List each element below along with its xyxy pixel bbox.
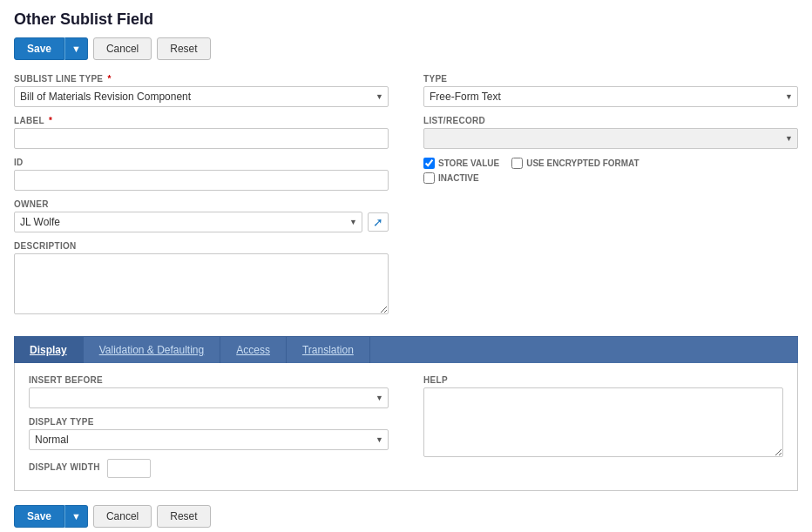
display-right-col: HELP: [423, 375, 783, 478]
bottom-save-dropdown-button[interactable]: ▼: [64, 505, 88, 528]
bottom-cancel-button[interactable]: Cancel: [93, 505, 152, 528]
bottom-save-button[interactable]: Save: [14, 505, 64, 528]
tab-display[interactable]: Display: [14, 337, 84, 363]
save-dropdown-button[interactable]: ▼: [64, 37, 88, 60]
id-input[interactable]: _update: [14, 170, 389, 191]
id-label: ID: [14, 158, 389, 167]
display-type-select-wrapper: Normal: [29, 429, 389, 450]
inactive-row: INACTIVE: [423, 172, 798, 184]
list-record-group: LIST/RECORD: [423, 116, 798, 149]
store-value-label: STORE VALUE: [438, 158, 499, 168]
store-value-checkbox[interactable]: [423, 158, 435, 169]
insert-before-label: INSERT BEFORE: [29, 375, 389, 385]
tabs-bar: Display Validation & Defaulting Access T…: [14, 336, 798, 363]
help-group: HELP: [423, 375, 783, 460]
display-type-label: DISPLAY TYPE: [29, 417, 389, 427]
page-title: Other Sublist Field: [14, 10, 798, 29]
display-width-label: DISPLAY WIDTH: [29, 462, 100, 472]
insert-before-group: INSERT BEFORE: [29, 375, 389, 408]
tab-access[interactable]: Access: [220, 337, 287, 363]
bottom-save-button-group: Save ▼: [14, 505, 88, 528]
tab-validation-defaulting[interactable]: Validation & Defaulting: [84, 337, 221, 363]
help-textarea[interactable]: [423, 387, 783, 457]
save-button-group: Save ▼: [14, 37, 88, 60]
sublist-line-type-label: SUBLIST LINE TYPE *: [14, 74, 389, 84]
tab-translation[interactable]: Translation: [287, 337, 370, 363]
owner-select-wrapper: JL Wolfe: [14, 212, 362, 232]
description-group: DESCRIPTION: [14, 241, 389, 317]
checkbox-row: STORE VALUE USE ENCRYPTED FORMAT: [423, 158, 798, 169]
tab-content-grid: INSERT BEFORE DISPLAY TYPE Normal: [29, 375, 783, 478]
top-toolbar: Save ▼ Cancel Reset: [14, 37, 798, 60]
display-left-col: INSERT BEFORE DISPLAY TYPE Normal: [29, 375, 389, 478]
save-button[interactable]: Save: [14, 37, 64, 60]
owner-group: OWNER JL Wolfe ➚: [14, 199, 389, 232]
list-record-select-wrapper: [423, 128, 798, 149]
insert-before-select[interactable]: [29, 387, 389, 408]
inactive-checkbox[interactable]: [423, 172, 435, 184]
display-type-group: DISPLAY TYPE Normal: [29, 417, 389, 450]
type-select[interactable]: Free-Form Text: [423, 86, 798, 107]
description-label: DESCRIPTION: [14, 241, 389, 251]
cancel-button[interactable]: Cancel: [93, 37, 152, 60]
owner-label: OWNER: [14, 199, 389, 209]
store-value-checkbox-item[interactable]: STORE VALUE: [423, 158, 499, 169]
label-label: LABEL *: [14, 116, 389, 125]
id-group: ID _update: [14, 158, 389, 191]
use-encrypted-format-checkbox-item[interactable]: USE ENCRYPTED FORMAT: [511, 158, 639, 169]
sublist-line-type-select-wrapper: Bill of Materials Revision Component: [14, 86, 389, 107]
bottom-reset-button[interactable]: Reset: [157, 505, 210, 528]
display-type-select[interactable]: Normal: [29, 429, 389, 450]
bottom-toolbar: Save ▼ Cancel Reset: [14, 505, 798, 528]
description-textarea[interactable]: [14, 253, 389, 314]
display-width-input[interactable]: [107, 459, 151, 478]
right-column: TYPE Free-Form Text LIST/RECORD: [423, 74, 798, 326]
inactive-checkbox-item[interactable]: INACTIVE: [423, 172, 479, 184]
type-group: TYPE Free-Form Text: [423, 74, 798, 107]
list-record-label: LIST/RECORD: [423, 116, 798, 125]
left-column: SUBLIST LINE TYPE * Bill of Materials Re…: [14, 74, 389, 326]
owner-select[interactable]: JL Wolfe: [14, 212, 362, 232]
use-encrypted-format-label: USE ENCRYPTED FORMAT: [526, 158, 639, 168]
tab-content-display: INSERT BEFORE DISPLAY TYPE Normal: [14, 363, 798, 491]
help-label: HELP: [423, 375, 783, 385]
sublist-line-type-group: SUBLIST LINE TYPE * Bill of Materials Re…: [14, 74, 389, 107]
main-form-grid: SUBLIST LINE TYPE * Bill of Materials Re…: [14, 74, 798, 326]
inactive-label: INACTIVE: [438, 173, 479, 183]
page-container: Other Sublist Field Save ▼ Cancel Reset …: [0, 0, 812, 532]
reset-button[interactable]: Reset: [157, 37, 210, 60]
display-width-row: DISPLAY WIDTH: [29, 459, 389, 478]
label-group: LABEL * Update: [14, 116, 389, 149]
list-record-select[interactable]: [423, 128, 798, 149]
owner-row: JL Wolfe ➚: [14, 212, 389, 232]
use-encrypted-format-checkbox[interactable]: [511, 158, 523, 169]
insert-before-select-wrapper: [29, 387, 389, 408]
owner-external-link-icon[interactable]: ➚: [368, 212, 389, 232]
label-input[interactable]: Update: [14, 128, 389, 149]
sublist-line-type-select[interactable]: Bill of Materials Revision Component: [14, 86, 389, 107]
type-label: TYPE: [423, 74, 798, 84]
type-select-wrapper: Free-Form Text: [423, 86, 798, 107]
